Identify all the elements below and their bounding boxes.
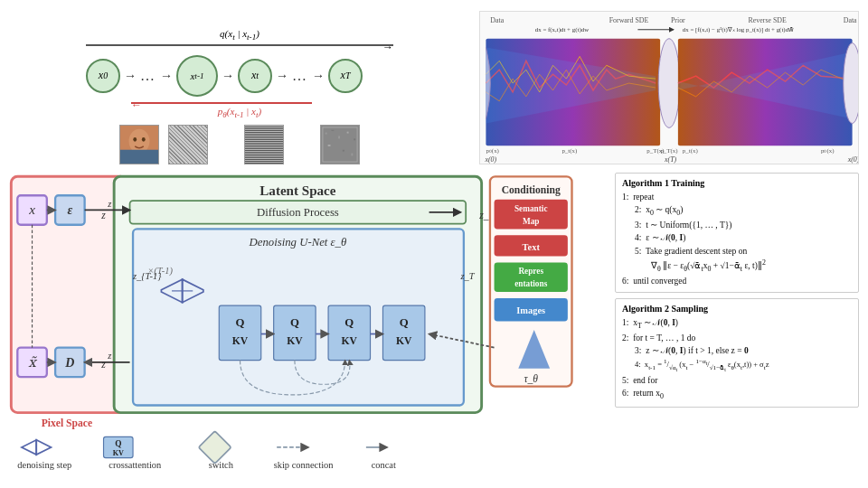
svg-rect-5	[321, 126, 359, 164]
top-section: q(xt | xt-1) → x0 → … → xt-1 → xt → …	[9, 7, 859, 167]
svg-text:p₀(x): p₀(x)	[486, 147, 499, 155]
svg-text:Semantic: Semantic	[514, 204, 548, 213]
svg-text:denoising step: denoising step	[17, 460, 71, 470]
main-container: q(xt | xt-1) → x0 → … → xt-1 → xt → …	[0, 0, 868, 488]
svg-text:p_T(x): p_T(x)	[660, 147, 677, 155]
algo2-line4: 4: xt-1 = 1/√αt (xt − 1−αt/√1−ᾱt εθ(xt,t…	[622, 357, 852, 374]
svg-point-32	[844, 42, 858, 123]
svg-text:dx = [f(x,t) − g²(t)∇ₓ log p_t: dx = [f(x,t) − g²(t)∇ₓ log p_t(x)] dt + …	[683, 25, 794, 33]
svg-text:Q: Q	[400, 317, 409, 330]
svg-text:p₀(x): p₀(x)	[821, 147, 835, 155]
image-noisy2	[244, 125, 284, 164]
svg-text:Q: Q	[290, 317, 299, 330]
node-x0: x0	[86, 59, 120, 93]
chain-images	[86, 125, 393, 164]
arrow-5: →	[312, 69, 325, 83]
svg-text:ε: ε	[68, 203, 73, 217]
svg-marker-99	[36, 440, 51, 455]
svg-text:Map: Map	[523, 217, 540, 226]
arrow-3: →	[222, 69, 234, 83]
algo2-line6: 6: return x0	[622, 387, 852, 402]
svg-rect-74	[382, 305, 424, 360]
diffusion-chain-diagram: q(xt | xt-1) → x0 → … → xt-1 → xt → …	[9, 7, 470, 167]
svg-text:x(0): x(0)	[847, 155, 858, 164]
svg-text:skip connection: skip connection	[274, 460, 335, 470]
algo1-line2: 2: x0 ∼ q(x0)	[622, 203, 852, 219]
svg-text:switch: switch	[209, 460, 234, 470]
svg-rect-14	[351, 153, 353, 155]
svg-point-1	[129, 129, 150, 154]
algo1-line3: 3: t ∼ Uniform({1, … , T})	[622, 219, 852, 231]
algo-section: Algorithm 1 Training 1: repeat 2: x0 ∼ q…	[615, 173, 859, 481]
dots-1: …	[140, 68, 156, 84]
bottom-section: Pixel Space x ε x̃ D z	[9, 173, 859, 481]
svg-text:Forward SDE: Forward SDE	[609, 15, 649, 23]
node-xT: xT	[328, 59, 363, 93]
image-gray	[320, 125, 360, 164]
algo2-line5: 5: end for	[622, 374, 852, 387]
svg-rect-65	[219, 305, 260, 360]
q-label: q(xt | xt-1)	[86, 28, 393, 42]
svg-text:Images: Images	[516, 306, 545, 316]
svg-marker-98	[22, 440, 36, 455]
svg-rect-7	[326, 132, 327, 134]
svg-point-28	[658, 38, 680, 127]
svg-rect-105	[199, 431, 231, 464]
algo1-line5: 5: Take gradient descent step on	[622, 245, 852, 258]
svg-text:D: D	[64, 356, 74, 370]
svg-rect-8	[331, 130, 334, 131]
svg-text:x(0): x(0)	[484, 155, 496, 164]
svg-text:Data: Data	[844, 15, 857, 23]
svg-rect-9	[338, 136, 340, 138]
svg-text:KV: KV	[113, 449, 124, 457]
svg-text:z: z	[100, 210, 106, 221]
arrow-1: →	[124, 69, 137, 83]
svg-rect-4	[120, 150, 158, 164]
svg-text:z: z	[100, 359, 106, 371]
svg-text:crossattention: crossattention	[108, 460, 162, 470]
svg-text:Repres: Repres	[518, 267, 543, 277]
algo2-line2: 2: for t = T, … , 1 do	[622, 332, 852, 344]
svg-text:Diffusion Process: Diffusion Process	[257, 207, 339, 220]
algo1-line1: 1: repeat	[622, 191, 852, 203]
svg-text:Q: Q	[236, 317, 245, 330]
svg-text:entations: entations	[514, 279, 547, 288]
svg-text:Data: Data	[490, 15, 504, 23]
arrow-4: →	[276, 69, 288, 83]
svg-rect-11	[354, 138, 355, 140]
svg-text:p_t(x): p_t(x)	[561, 147, 577, 155]
node-xt1: xt-1	[176, 55, 218, 97]
svg-text:Latent Space: Latent Space	[259, 183, 335, 198]
svg-text:x̃: x̃	[28, 355, 37, 370]
svg-text:x(T): x(T)	[664, 155, 677, 164]
image-face	[119, 125, 159, 164]
svg-rect-71	[328, 305, 370, 360]
chain-wrapper: q(xt | xt-1) → x0 → … → xt-1 → xt → …	[86, 28, 393, 164]
svg-text:KV: KV	[232, 335, 249, 347]
svg-text:τ_θ: τ_θ	[524, 373, 538, 385]
svg-text:p_t(x): p_t(x)	[683, 147, 698, 155]
svg-text:dx = f(x,t)dt + g(t)dw: dx = f(x,t)dt + g(t)dw	[535, 25, 589, 33]
sde-diagram-container: Data Forward SDE Prior Reverse SDE Data …	[479, 7, 859, 167]
node-xt: xt	[238, 59, 272, 93]
svg-text:z: z	[107, 352, 111, 361]
image-noisy1	[168, 125, 208, 164]
svg-text:Conditioning: Conditioning	[502, 184, 561, 196]
svg-text:KV: KV	[287, 335, 303, 347]
svg-text:Reverse SDE: Reverse SDE	[749, 15, 787, 23]
svg-text:Prior: Prior	[671, 15, 685, 23]
algo2-title: Algorithm 2 Sampling	[622, 304, 852, 314]
algo1-box: Algorithm 1 Training 1: repeat 2: x0 ∼ q…	[615, 173, 859, 293]
svg-text:x: x	[28, 202, 35, 217]
svg-text:KV: KV	[396, 335, 412, 347]
algo1-title: Algorithm 1 Training	[622, 178, 852, 188]
svg-point-2	[133, 137, 137, 142]
svg-text:KV: KV	[342, 335, 358, 347]
algo1-line5b: ∇θ ‖ε − εθ(√ᾱtx0 + √1−ᾱt ε, t)‖2	[622, 258, 852, 275]
svg-text:concat: concat	[372, 460, 396, 470]
svg-rect-13	[343, 150, 344, 152]
svg-text:Pixel Space: Pixel Space	[42, 418, 92, 429]
svg-text:Text: Text	[523, 242, 541, 252]
svg-rect-68	[274, 305, 316, 360]
algo2-line1: 1: xT ∼ 𝒩(0, I)	[622, 316, 852, 332]
